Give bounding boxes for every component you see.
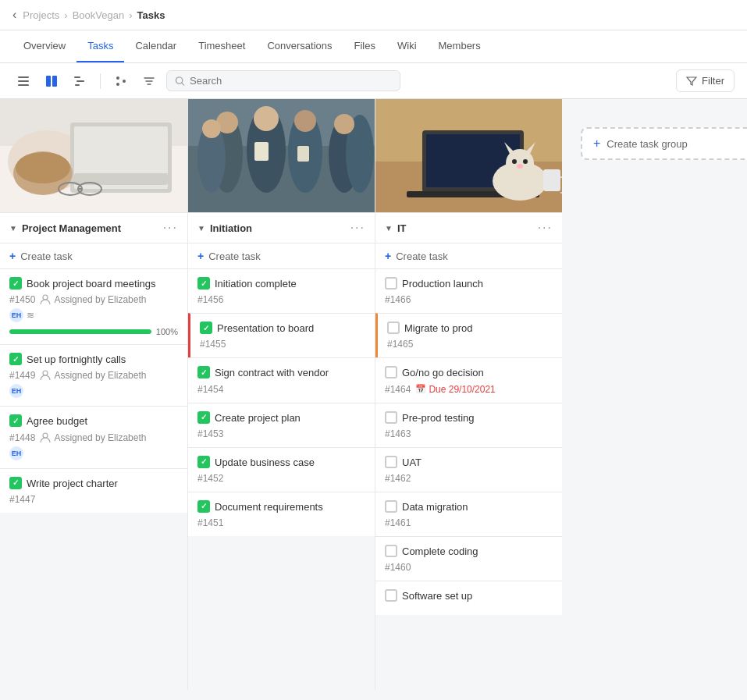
task-meta: #1460 xyxy=(385,562,553,573)
task-card[interactable]: Migrate to prod #1465 xyxy=(375,313,562,357)
search-icon xyxy=(175,76,185,87)
task-card[interactable]: Complete coding #1460 xyxy=(375,536,562,581)
column-initiation: ▼ Initiation ··· + Create task Initiatio… xyxy=(187,99,375,690)
task-checkbox[interactable] xyxy=(9,353,22,365)
task-checkbox[interactable] xyxy=(385,545,397,557)
task-checkbox[interactable] xyxy=(385,500,397,513)
breadcrumb-projects[interactable]: Projects xyxy=(23,9,59,21)
column-menu-button[interactable]: ··· xyxy=(350,221,365,235)
plus-icon: + xyxy=(197,250,204,262)
gantt-view-icon[interactable] xyxy=(69,70,91,92)
task-checkbox[interactable] xyxy=(197,411,210,424)
board-scroll: ▼ Project Management ··· + Create task B… xyxy=(0,99,747,690)
task-card[interactable]: Book project board meetings #1450 Assign… xyxy=(0,268,187,344)
tab-timesheet[interactable]: Timesheet xyxy=(187,30,256,62)
task-card[interactable]: Set up fortnightly calls #1449 Assigned … xyxy=(0,344,187,406)
svg-point-53 xyxy=(517,164,523,169)
task-card[interactable]: Initiation complete #1456 xyxy=(188,268,375,313)
search-input[interactable] xyxy=(190,75,392,87)
task-meta: #1448 Assigned by Elizabeth xyxy=(9,432,178,443)
task-card[interactable]: Agree budget #1448 Assigned by Elizabeth… xyxy=(0,406,187,467)
task-checkbox[interactable] xyxy=(385,366,397,378)
svg-point-51 xyxy=(512,159,517,164)
create-task-button-initiation[interactable]: + Create task xyxy=(188,243,375,268)
avatar: EH xyxy=(9,384,23,398)
task-id: #1448 xyxy=(9,432,35,443)
tab-files[interactable]: Files xyxy=(343,30,386,62)
breadcrumb-bookvegan[interactable]: BookVegan xyxy=(73,9,125,21)
task-card[interactable]: Software set up xyxy=(375,581,562,614)
svg-rect-0 xyxy=(18,76,29,78)
column-title-row: ▼ Project Management xyxy=(9,222,121,234)
task-checkbox[interactable] xyxy=(197,277,210,290)
progress-bar xyxy=(9,329,151,334)
due-date-label: Due 29/10/2021 xyxy=(429,384,495,395)
task-card[interactable]: Create project plan #1453 xyxy=(188,403,375,447)
task-card[interactable]: Data migration #1461 xyxy=(375,492,562,536)
svg-rect-1 xyxy=(18,80,29,82)
task-checkbox[interactable] xyxy=(385,277,397,290)
task-checkbox[interactable] xyxy=(385,589,397,602)
task-card[interactable]: Sign contract with vendor #1454 xyxy=(188,357,375,402)
collapse-icon[interactable]: ▼ xyxy=(385,224,393,233)
list-view-icon[interactable] xyxy=(12,70,34,92)
task-card[interactable]: Go/no go decision #1464 📅 Due 29/10/2021 xyxy=(375,357,562,402)
task-card[interactable]: Write project charter #1447 xyxy=(0,468,187,513)
svg-point-23 xyxy=(43,295,48,300)
back-button[interactable]: ‹ xyxy=(12,8,16,22)
task-checkbox[interactable] xyxy=(197,366,210,378)
avatar: EH xyxy=(9,308,23,322)
svg-rect-39 xyxy=(254,142,269,161)
search-box[interactable] xyxy=(166,70,400,91)
column-bg-image xyxy=(188,99,375,212)
task-assignee: Assigned by Elizabeth xyxy=(40,294,146,305)
filter-options-icon[interactable] xyxy=(110,70,132,92)
tab-wiki[interactable]: Wiki xyxy=(386,30,428,62)
tab-tasks[interactable]: Tasks xyxy=(76,30,124,62)
task-list-initiation: Initiation complete #1456 Presentation t… xyxy=(188,268,375,536)
svg-point-24 xyxy=(43,371,48,375)
task-checkbox[interactable] xyxy=(385,411,397,424)
task-id: #1466 xyxy=(385,294,411,305)
tab-calendar[interactable]: Calendar xyxy=(124,30,187,62)
task-card[interactable]: Update business case #1452 xyxy=(188,447,375,492)
task-card[interactable]: Document requirements #1451 xyxy=(188,492,375,536)
task-meta: #1465 xyxy=(387,339,553,350)
task-checkbox[interactable] xyxy=(9,477,22,489)
task-checkbox[interactable] xyxy=(197,500,210,513)
task-title: Write project charter xyxy=(27,477,118,491)
create-task-button-pm[interactable]: + Create task xyxy=(0,243,187,268)
task-checkbox[interactable] xyxy=(9,414,22,427)
filter-button[interactable]: Filter xyxy=(676,69,735,92)
board-view-icon[interactable] xyxy=(41,70,62,92)
create-task-group-button[interactable]: + Create task group xyxy=(581,127,747,160)
collapse-icon[interactable]: ▼ xyxy=(197,224,205,233)
task-title-row: Update business case xyxy=(197,456,365,470)
task-title: Set up fortnightly calls xyxy=(27,353,126,367)
svg-point-25 xyxy=(43,433,48,438)
column-menu-button[interactable]: ··· xyxy=(163,221,178,235)
plus-icon: + xyxy=(9,250,16,262)
task-card[interactable]: Production launch #1466 xyxy=(375,268,562,313)
task-card[interactable]: Pre-prod testing #1463 xyxy=(375,403,562,447)
task-id: #1462 xyxy=(385,473,411,484)
task-checkbox[interactable] xyxy=(387,322,400,334)
task-checkbox[interactable] xyxy=(197,456,210,468)
task-title-row: Sign contract with vendor xyxy=(197,366,365,380)
task-meta: #1463 xyxy=(385,428,553,439)
task-checkbox[interactable] xyxy=(9,277,22,290)
tab-conversations[interactable]: Conversations xyxy=(256,30,343,62)
collapse-icon[interactable]: ▼ xyxy=(9,224,17,233)
task-title-row: Migrate to prod xyxy=(387,322,553,336)
column-menu-button[interactable]: ··· xyxy=(538,221,553,235)
column-bg-image xyxy=(375,99,562,212)
task-card[interactable]: Presentation to board #1455 xyxy=(188,313,375,357)
create-task-button-it[interactable]: + Create task xyxy=(375,243,562,268)
task-checkbox[interactable] xyxy=(385,456,397,468)
task-meta: #1453 xyxy=(197,428,365,439)
task-checkbox[interactable] xyxy=(200,322,212,334)
task-card[interactable]: UAT #1462 xyxy=(375,447,562,492)
tab-overview[interactable]: Overview xyxy=(12,30,76,62)
sort-icon[interactable] xyxy=(138,70,160,92)
tab-members[interactable]: Members xyxy=(428,30,492,62)
